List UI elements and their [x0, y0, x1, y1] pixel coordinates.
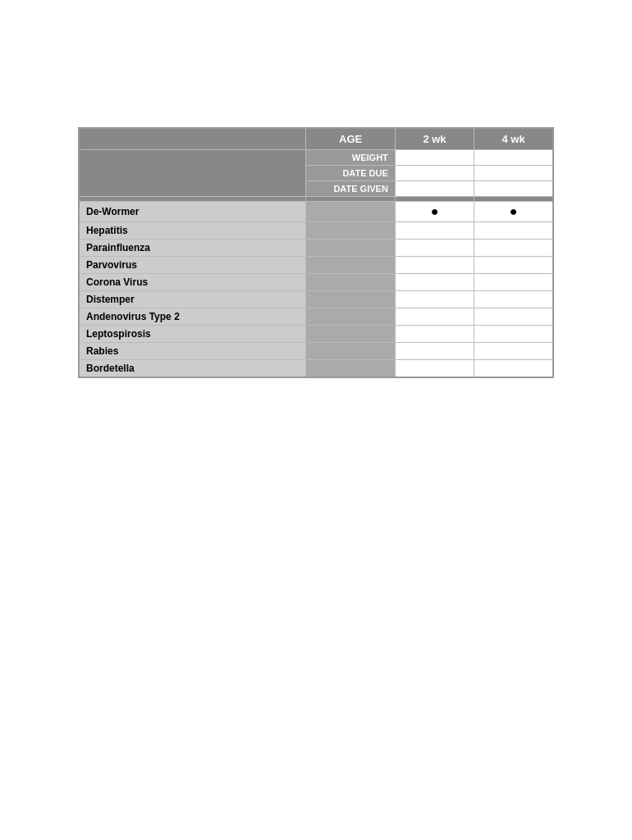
weight-label: WEIGHT	[306, 150, 395, 166]
vaccine-col2	[474, 257, 553, 274]
table-row: Bordetella	[79, 360, 553, 378]
table-row: Parainfluenza	[79, 240, 553, 257]
vaccine-col2	[474, 326, 553, 343]
vaccine-col1	[395, 326, 474, 343]
vaccine-sub-col	[306, 240, 395, 257]
vaccine-sub-col	[306, 326, 395, 343]
vaccine-col1	[395, 308, 474, 326]
table-row: De-Wormer●●	[79, 202, 553, 222]
vaccine-name: Distemper	[79, 291, 306, 308]
datedue-col2	[474, 166, 553, 181]
table-row: Corona Virus	[79, 274, 553, 291]
table-header-row: AGE 2 wk 4 wk	[79, 128, 553, 150]
vaccine-name: Corona Virus	[79, 274, 306, 291]
vaccine-name: Andenovirus Type 2	[79, 308, 306, 326]
vaccine-col2	[474, 291, 553, 308]
vaccine-col1	[395, 257, 474, 274]
vaccine-sub-col	[306, 308, 395, 326]
datedue-label: DATE DUE	[306, 166, 395, 181]
vaccine-sub-col	[306, 222, 395, 240]
dategiven-label: DATE GIVEN	[306, 181, 395, 197]
table-row: Hepatitis	[79, 222, 553, 240]
vaccine-sub-col	[306, 291, 395, 308]
vaccine-name: Parainfluenza	[79, 240, 306, 257]
header-col2: 4 wk	[474, 128, 553, 150]
vaccine-col1: ●	[395, 202, 474, 222]
vaccination-table: AGE 2 wk 4 wk WEIGHT DATE DUE DATE GIVEN	[78, 127, 554, 378]
table-row: Parvovirus	[79, 257, 553, 274]
vaccine-name: Leptospirosis	[79, 326, 306, 343]
vaccine-name: Bordetella	[79, 360, 306, 378]
table-row: Andenovirus Type 2	[79, 308, 553, 326]
subheader-weight-row: WEIGHT	[79, 150, 553, 166]
vaccine-col2	[474, 222, 553, 240]
vaccine-name: De-Wormer	[79, 202, 306, 222]
table-row: Leptospirosis	[79, 326, 553, 343]
vaccine-sub-col	[306, 274, 395, 291]
header-col1: 2 wk	[395, 128, 474, 150]
header-empty-left	[79, 128, 306, 150]
vaccine-col2	[474, 308, 553, 326]
vaccine-col1	[395, 343, 474, 360]
vaccine-col2	[474, 274, 553, 291]
weight-col2	[474, 150, 553, 166]
vaccine-col1	[395, 240, 474, 257]
header-age-label: AGE	[306, 128, 395, 150]
vaccine-sub-col	[306, 360, 395, 378]
dategiven-col2	[474, 181, 553, 197]
vaccine-col1	[395, 222, 474, 240]
vaccine-col1	[395, 360, 474, 378]
vaccine-col2	[474, 240, 553, 257]
table-row: Distemper	[79, 291, 553, 308]
vaccine-col1	[395, 291, 474, 308]
vaccine-sub-col	[306, 343, 395, 360]
vaccine-sub-col	[306, 202, 395, 222]
vaccine-sub-col	[306, 257, 395, 274]
vaccine-col2: ●	[474, 202, 553, 222]
weight-col1	[395, 150, 474, 166]
vaccine-name: Hepatitis	[79, 222, 306, 240]
table-row: Rabies	[79, 343, 553, 360]
vaccine-name: Rabies	[79, 343, 306, 360]
datedue-col1	[395, 166, 474, 181]
vaccine-col1	[395, 274, 474, 291]
dategiven-col1	[395, 181, 474, 197]
vaccine-col2	[474, 343, 553, 360]
vaccine-name: Parvovirus	[79, 257, 306, 274]
vaccine-col2	[474, 360, 553, 378]
